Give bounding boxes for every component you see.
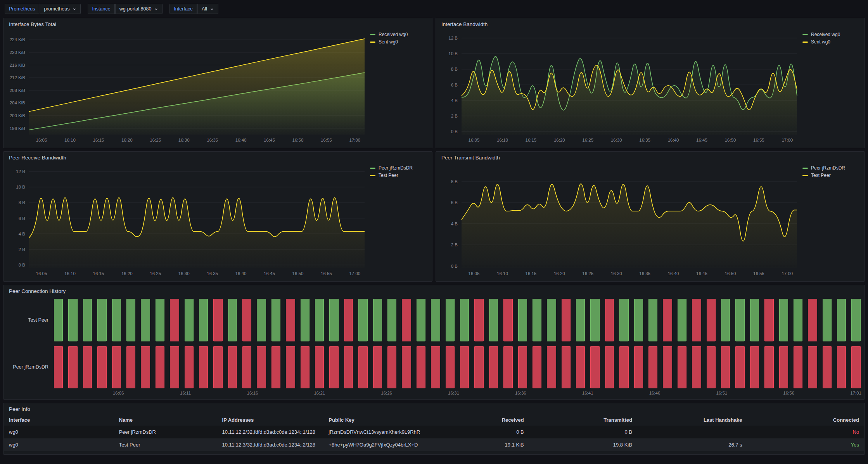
- legend-item[interactable]: Peer jRzmDsDR: [802, 165, 845, 171]
- y-axis-tick-label: 196 KiB: [10, 126, 25, 131]
- state-bar-connected: [301, 299, 310, 341]
- legend-series-swatch: [370, 168, 375, 169]
- legend-series-swatch: [802, 175, 808, 176]
- x-axis-tick-label: 16:40: [668, 138, 679, 142]
- x-axis-tick-label: 16:15: [93, 271, 104, 276]
- y-axis-tick-label: 4 B: [19, 232, 25, 236]
- y-axis-tick-label: 6 B: [451, 200, 458, 205]
- chart-plot-area[interactable]: 8 B6 B4 B2 B0 B16:0516:1016:1516:2016:25…: [462, 167, 797, 268]
- column-header-received[interactable]: Received: [431, 414, 528, 426]
- y-axis-tick-label: 6 B: [19, 216, 25, 221]
- timeline-bars: [54, 346, 861, 389]
- chevron-down-icon: [210, 7, 214, 11]
- variable-selected-value: All: [202, 6, 207, 12]
- variable-label: Instance: [88, 4, 114, 14]
- y-axis-tick-label: 208 KiB: [10, 88, 25, 93]
- state-bar-connected: [228, 299, 237, 341]
- legend-item[interactable]: Received wg0: [802, 32, 840, 37]
- timeline-row-label: Test Peer: [5, 299, 54, 341]
- state-bar-disconnected: [358, 346, 367, 389]
- table-cell-ip-addresses: 10.11.12.2/32,fdfd:d3ad:c0de:1234::1/128: [218, 426, 324, 438]
- panel-title[interactable]: Peer Info: [3, 403, 865, 414]
- panel-title[interactable]: Peer Transmit Bandwidth: [436, 152, 865, 162]
- state-bar-connected: [417, 299, 425, 341]
- panel-title[interactable]: Interface Bytes Total: [3, 18, 432, 29]
- state-bar-disconnected: [126, 346, 135, 389]
- x-axis-tick-label: 16:10: [64, 271, 76, 276]
- x-axis-tick-label: 17:01: [850, 391, 861, 395]
- y-axis-tick-label: 8 B: [451, 67, 458, 71]
- legend-item[interactable]: Sent wg0: [802, 39, 830, 45]
- y-axis-tick-label: 10 B: [16, 185, 25, 189]
- state-bar-disconnected: [213, 346, 222, 389]
- legend-series-name: Sent wg0: [811, 39, 830, 45]
- column-header-ip-addresses[interactable]: IP Addresses: [218, 414, 324, 426]
- chart-plot-area[interactable]: 12 B10 B8 B6 B4 B2 B0 B16:0516:1016:1516…: [29, 167, 365, 268]
- x-axis-tick-label: 16:21: [314, 391, 325, 395]
- state-bar-disconnected: [707, 346, 716, 389]
- chart-plot-area[interactable]: 224 KiB220 KiB216 KiB212 KiB208 KiB204 K…: [29, 33, 365, 135]
- variable-value-dropdown[interactable]: prometheus: [40, 4, 81, 14]
- state-bar-disconnected: [489, 346, 498, 389]
- y-axis-tick-label: 4 B: [451, 222, 458, 226]
- state-bar-disconnected: [242, 299, 251, 341]
- legend-item[interactable]: Peer jRzmDsDR: [370, 165, 413, 171]
- state-bar-connected: [141, 299, 150, 341]
- legend-series-name: Sent wg0: [379, 39, 398, 45]
- state-bar-connected: [489, 299, 498, 341]
- column-header-interface[interactable]: Interface: [4, 414, 114, 426]
- state-bar-disconnected: [83, 346, 92, 389]
- grafana-dashboard: Prometheus prometheus Instance wg-portal…: [0, 0, 868, 458]
- state-bar-disconnected: [431, 346, 440, 389]
- panel-interface-bytes-total: Interface Bytes Total 224 KiB220 KiB216 …: [3, 18, 432, 148]
- panel-title[interactable]: Peer Connection History: [3, 285, 865, 296]
- state-bar-disconnected: [199, 346, 208, 389]
- table-cell-last-handshake: 26.7 s: [637, 438, 747, 451]
- state-bar-disconnected: [503, 346, 512, 389]
- chart-legend: Peer jRzmDsDRTest Peer: [799, 163, 861, 279]
- chevron-down-icon: [154, 7, 158, 11]
- column-header-transmitted[interactable]: Transmitted: [529, 414, 637, 426]
- x-axis-tick-label: 16:05: [469, 271, 480, 276]
- table-cell-name: Test Peer: [114, 438, 218, 451]
- variable-value-dropdown[interactable]: All: [197, 4, 218, 14]
- column-header-public-key[interactable]: Public Key: [324, 414, 431, 426]
- state-bar-disconnected: [68, 346, 77, 389]
- legend-item[interactable]: Received wg0: [370, 32, 408, 37]
- peer-info-table-wrap: InterfaceNameIP AddressesPublic KeyRecei…: [3, 414, 865, 454]
- y-axis-tick-label: 2 B: [19, 247, 25, 252]
- x-axis-tick-label: 16:46: [649, 391, 661, 395]
- legend-item[interactable]: Test Peer: [370, 173, 398, 178]
- y-axis-tick-label: 4 B: [451, 98, 458, 103]
- state-bar-connected: [518, 299, 527, 341]
- column-header-last-handshake[interactable]: Last Handshake: [637, 414, 747, 426]
- x-axis-tick-label: 16:56: [783, 391, 794, 395]
- legend-item[interactable]: Test Peer: [802, 173, 831, 178]
- y-axis-tick-label: 204 KiB: [10, 100, 25, 105]
- table-cell-last-handshake: [637, 426, 747, 438]
- state-bar-disconnected: [474, 299, 483, 341]
- state-bar-connected: [823, 299, 832, 341]
- legend-series-name: Peer jRzmDsDR: [811, 165, 845, 171]
- x-axis-tick-label: 17:00: [782, 138, 793, 142]
- state-bar-disconnected: [605, 346, 614, 389]
- chart-plot-area[interactable]: 12 B10 B8 B6 B4 B2 B0 B16:0516:1016:1516…: [462, 33, 797, 135]
- x-axis-tick-label: 16:45: [696, 138, 707, 142]
- variable-value-dropdown[interactable]: wg-portal:8080: [115, 4, 163, 14]
- y-axis-tick-label: 220 KiB: [10, 50, 25, 55]
- column-header-connected[interactable]: Connected: [747, 414, 864, 426]
- table-cell-interface: wg0: [4, 426, 114, 438]
- panel-title[interactable]: Peer Receive Bandwidth: [3, 152, 432, 162]
- panel-interface-bandwidth: Interface Bandwidth 12 B10 B8 B6 B4 B2 B…: [436, 18, 865, 148]
- legend-series-name: Peer jRzmDsDR: [379, 165, 413, 171]
- x-axis-tick-label: 16:31: [448, 391, 459, 395]
- legend-series-name: Test Peer: [379, 173, 398, 178]
- panel-title[interactable]: Interface Bandwidth: [436, 18, 865, 29]
- table-cell-public-key: jRzmDsDRVnwCt13vsyamXherk9L9RhR: [324, 426, 431, 438]
- state-bar-disconnected: [156, 346, 164, 389]
- state-bar-disconnected: [242, 346, 251, 389]
- panel-row-1: Interface Bytes Total 224 KiB220 KiB216 …: [3, 18, 865, 148]
- column-header-name[interactable]: Name: [114, 414, 218, 426]
- legend-item[interactable]: Sent wg0: [370, 39, 398, 45]
- state-bar-disconnected: [387, 346, 396, 389]
